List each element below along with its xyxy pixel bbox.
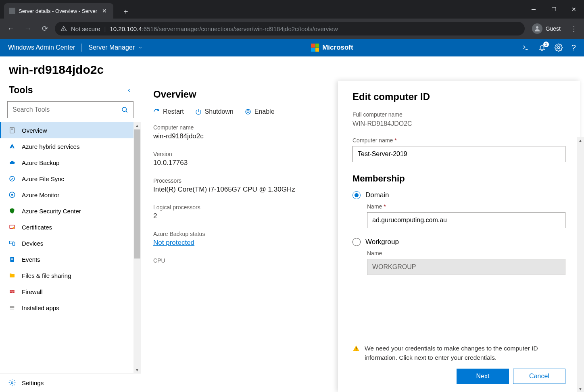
back-button[interactable]: ← xyxy=(4,22,18,35)
sidebar-item-firewall[interactable]: Firewall xyxy=(0,284,141,300)
sidebar-item-azure-hybrid-services[interactable]: Azure hybrid services xyxy=(0,138,141,154)
firewall-icon xyxy=(8,288,16,295)
server-icon xyxy=(8,127,16,134)
info-label: Processors xyxy=(153,177,359,184)
sidebar-item-label: Firewall xyxy=(22,288,43,295)
sidebar-item-azure-monitor[interactable]: Azure Monitor xyxy=(0,187,141,203)
devices-icon xyxy=(8,240,16,247)
addr-separator: | xyxy=(104,25,106,32)
domain-radio[interactable]: Domain xyxy=(352,191,565,199)
page-title: win-rd9184jdo2c xyxy=(0,56,584,81)
enable-button[interactable]: Enable xyxy=(245,108,275,115)
wac-header: Windows Admin Center Server Manager Micr… xyxy=(0,39,584,56)
domain-name-label: Name * xyxy=(367,203,565,210)
info-label: Azure Backup status xyxy=(153,231,359,237)
shutdown-label: Shutdown xyxy=(205,108,234,115)
azure-icon xyxy=(8,143,16,150)
not-secure-label: Not secure xyxy=(71,25,100,32)
minimize-button[interactable]: ─ xyxy=(524,1,544,17)
forward-button[interactable]: → xyxy=(21,22,35,35)
tab-favicon-icon xyxy=(9,8,15,14)
sidebar-item-installed-apps[interactable]: Installed apps xyxy=(0,300,141,316)
main-container: Overview Restart Shutdown Enable Compute… xyxy=(141,81,584,392)
svg-point-30 xyxy=(247,111,249,113)
sync-icon xyxy=(8,175,16,182)
sidebar-item-azure-security-center[interactable]: Azure Security Center xyxy=(0,203,141,219)
page-scroll-up[interactable]: ▲ xyxy=(577,137,584,144)
sidebar-item-label: Events xyxy=(22,256,40,263)
sidebar-item-label: Devices xyxy=(22,240,43,247)
domain-radio-label: Domain xyxy=(365,191,389,199)
sidebar-item-overview[interactable]: Overview xyxy=(0,122,141,138)
reload-button[interactable]: ⟳ xyxy=(38,22,52,35)
next-button[interactable]: Next xyxy=(457,369,509,384)
search-icon xyxy=(121,106,128,113)
apps-icon xyxy=(8,304,16,311)
workgroup-radio-label: Workgroup xyxy=(365,238,399,246)
sidebar-item-azure-file-sync[interactable]: Azure File Sync xyxy=(0,171,141,187)
domain-name-group: Name * xyxy=(367,203,565,232)
domain-name-input[interactable] xyxy=(367,212,565,228)
info-cell: Computer namewin-rd9184jdo2c xyxy=(153,124,359,140)
info-value[interactable]: Not protected xyxy=(153,239,359,247)
page-scroll-down[interactable]: ▼ xyxy=(577,386,584,392)
info-cell: Azure Backup statusNot protected xyxy=(153,231,359,247)
tool-list: OverviewAzure hybrid servicesAzure Backu… xyxy=(0,122,141,373)
scroll-up[interactable]: ▲ xyxy=(134,122,140,129)
svg-rect-7 xyxy=(10,127,15,133)
info-cell: Version10.0.17763 xyxy=(153,151,359,167)
breadcrumb[interactable]: Server Manager xyxy=(88,44,143,51)
svg-point-12 xyxy=(12,194,13,196)
workgroup-radio[interactable]: Workgroup xyxy=(352,238,565,246)
cert-icon xyxy=(8,223,16,231)
search-wrap xyxy=(0,101,141,122)
page-scrollbar[interactable]: ▲ ▼ xyxy=(577,137,584,392)
restart-icon xyxy=(153,108,160,115)
help-icon[interactable]: ? xyxy=(571,43,576,52)
shutdown-button[interactable]: Shutdown xyxy=(195,108,234,115)
svg-rect-18 xyxy=(11,258,13,259)
maximize-button[interactable]: ☐ xyxy=(544,1,564,17)
svg-point-4 xyxy=(557,47,559,49)
divider xyxy=(81,44,82,52)
notifications-icon[interactable]: 1 xyxy=(538,44,546,51)
settings-icon[interactable] xyxy=(555,44,563,52)
search-box[interactable] xyxy=(7,101,133,118)
content: Tools OverviewAzure hybrid servicesAzure… xyxy=(0,81,584,392)
sidebar-item-label: Certificates xyxy=(22,224,52,231)
browser-menu-button[interactable]: ⋮ xyxy=(568,24,580,33)
sidebar-item-files-file-sharing[interactable]: Files & file sharing xyxy=(0,267,141,284)
info-cell: CPU xyxy=(153,257,359,265)
scroll-down[interactable]: ▼ xyxy=(134,367,140,373)
browser-tab[interactable]: Server details - Overview - Server ✕ xyxy=(4,3,113,19)
scroll-thumb[interactable] xyxy=(134,129,140,259)
scrollbar[interactable]: ▲ ▼ xyxy=(133,122,141,373)
microsoft-label: Microsoft xyxy=(322,44,353,52)
sidebar-settings[interactable]: Settings xyxy=(0,373,141,392)
profile-chip[interactable]: Guest xyxy=(528,23,565,34)
restart-label: Restart xyxy=(163,108,184,115)
info-cell: ProcessorsIntel(R) Core(TM) i7-1065G7 CP… xyxy=(153,177,359,194)
sidebar-item-devices[interactable]: Devices xyxy=(0,235,141,251)
titlebar: Server details - Overview - Server ✕ ＋ ─… xyxy=(0,0,584,19)
info-value: 10.0.17763 xyxy=(153,159,359,167)
computer-name-input[interactable] xyxy=(352,146,565,162)
tools-label: Tools xyxy=(9,85,33,96)
console-icon[interactable] xyxy=(521,44,530,51)
wac-brand[interactable]: Windows Admin Center xyxy=(8,44,75,51)
close-window-button[interactable]: ✕ xyxy=(564,1,584,17)
browser-chrome: Server details - Overview - Server ✕ ＋ ─… xyxy=(0,0,584,39)
svg-point-1 xyxy=(63,30,64,30)
address-bar[interactable]: Not secure | 10.20.100.4:6516/servermana… xyxy=(55,22,525,35)
sidebar-item-label: Azure hybrid services xyxy=(22,143,79,150)
sidebar-item-certificates[interactable]: Certificates xyxy=(0,219,141,235)
search-input[interactable] xyxy=(13,106,121,113)
collapse-button[interactable] xyxy=(126,88,132,93)
restart-button[interactable]: Restart xyxy=(153,108,184,115)
cancel-button[interactable]: Cancel xyxy=(513,369,565,384)
sidebar-item-azure-backup[interactable]: Azure Backup xyxy=(0,154,141,171)
sidebar-item-events[interactable]: Events xyxy=(0,251,141,267)
new-tab-button[interactable]: ＋ xyxy=(119,5,133,18)
close-icon[interactable]: ✕ xyxy=(100,7,108,15)
svg-point-29 xyxy=(246,109,250,114)
